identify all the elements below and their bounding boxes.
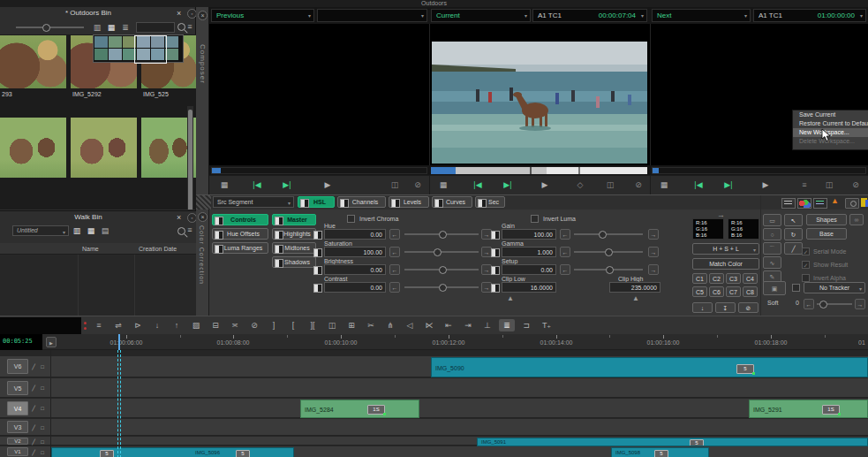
trim-icon[interactable]: ⋔ (382, 319, 398, 331)
tab-sec[interactable]: Sec (475, 196, 505, 208)
gamma-slider-handle[interactable] (605, 248, 613, 256)
hue-dec-button[interactable]: ← (389, 229, 400, 240)
timeline-clip-img5291[interactable]: IMG_5291 1S (749, 400, 868, 418)
contrast-slider-handle[interactable] (439, 284, 447, 292)
tab-curves[interactable]: Curves (432, 196, 472, 208)
rgb-swatch-target[interactable]: R:16 G:16 B:16 (728, 218, 759, 240)
pencil-icon[interactable]: ╱ (29, 446, 38, 457)
hue-slider[interactable] (404, 233, 479, 235)
saturation-value[interactable]: 100.00 (324, 247, 386, 257)
script-view-icon[interactable]: ≣ (119, 21, 132, 34)
rotate-tool[interactable]: ↻ (784, 228, 803, 240)
timeline-ruler[interactable]: 00:05:25 ▶ 01:00:06:00 01:00:08:00 01:00… (0, 334, 868, 350)
clip-high-value[interactable]: 235.0000 (609, 282, 660, 293)
lasso-tool[interactable]: ∿ (763, 256, 781, 269)
brightness-slider-handle[interactable] (439, 266, 447, 274)
filmstrip-overlay[interactable] (93, 34, 184, 63)
bin-search-input[interactable] (136, 22, 175, 33)
add-edit-icon[interactable]: ◫ (324, 319, 340, 331)
segment-insert-icon[interactable]: ⋉ (421, 319, 437, 331)
green-list-icon[interactable] (813, 198, 827, 209)
play-icon[interactable]: ▶ (758, 179, 774, 191)
soft-dec-button[interactable]: ← (804, 299, 814, 309)
infinity-button[interactable]: ∞ (849, 214, 864, 225)
hue-slider-handle[interactable] (439, 231, 447, 239)
monitor-box-icon[interactable]: □ (38, 446, 47, 457)
saturation-slider-handle[interactable] (434, 248, 442, 256)
correction-slot-c6[interactable]: C6 (709, 286, 724, 297)
current-timecode-display[interactable]: A1 TC1 00:00:07:04 ▾ (532, 9, 647, 22)
correction-slot-c2[interactable]: C2 (709, 273, 724, 284)
group-hue-offsets[interactable]: Hue Offsets (212, 228, 268, 240)
invert-luma-checkbox[interactable] (531, 215, 539, 223)
thumb-size-slider-handle[interactable] (42, 24, 50, 32)
overlay-icon[interactable]: ◫ (821, 179, 837, 191)
grid-icon[interactable]: ▦ (216, 179, 232, 191)
pencil-icon[interactable]: ╱ (29, 382, 38, 394)
effect-badge[interactable]: 5 (236, 450, 250, 457)
brightness-dec-button[interactable]: ← (389, 264, 400, 275)
eyedropper-bar-button[interactable]: ↧ (715, 302, 736, 313)
setup-value[interactable]: 0.00 (502, 264, 556, 275)
previous-edit-icon[interactable]: ⇤ (441, 319, 457, 331)
gain-enable-toggle[interactable] (491, 231, 500, 240)
step-backward-icon[interactable]: |◀ (691, 179, 706, 191)
grid-icon[interactable]: ▦ (435, 179, 451, 191)
timeline-clip-img5091[interactable]: IMG_5091 5 (477, 438, 868, 446)
collapse-icon[interactable]: ≍ (227, 319, 243, 331)
hue-value[interactable]: 0.00 (324, 229, 386, 240)
contrast-value[interactable]: 0.00 (324, 282, 386, 293)
play-icon[interactable]: ▶ (537, 179, 553, 191)
cc-pane-tab[interactable]: Color Correction (199, 225, 205, 285)
mark-clip-icon[interactable]: ][ (305, 319, 321, 331)
group-shadows[interactable]: Shadows (272, 256, 316, 268)
gain-value[interactable]: 100.00 (502, 229, 556, 240)
shapes-button[interactable]: Shapes (806, 214, 847, 225)
brightness-slider[interactable] (404, 269, 479, 270)
mark-out-icon[interactable]: ] (266, 319, 282, 331)
tracker-dropdown[interactable]: No Tracker ▾ (804, 282, 865, 293)
correction-slot-c8[interactable]: C8 (743, 286, 758, 297)
composer-close-icon[interactable]: × (198, 11, 208, 20)
effect-mode-icon[interactable]: ⊟ (208, 319, 223, 331)
gamma-dec-button[interactable]: ← (560, 247, 570, 257)
timeline-name-box[interactable] (0, 317, 81, 334)
render-effect-icon[interactable]: ⊘ (246, 319, 262, 331)
monitor-box-icon[interactable]: □ (38, 422, 47, 434)
video-quality-icon[interactable]: ▨ (188, 319, 204, 331)
setup-slider[interactable] (574, 269, 643, 270)
step-forward-icon[interactable]: ▶| (721, 179, 736, 191)
eyedropper-none-button[interactable]: ⊘ (738, 302, 759, 313)
next-position-bar[interactable] (652, 167, 866, 174)
pencil-icon[interactable]: ╱ (29, 402, 38, 415)
gamma-enable-toggle[interactable] (491, 248, 500, 257)
frame-view-icon[interactable]: ▥ (71, 225, 83, 237)
gain-inc-button[interactable]: → (648, 229, 659, 240)
bin-preset-dropdown[interactable]: Untitled ▾ (12, 225, 69, 236)
hue-enable-toggle[interactable] (313, 231, 322, 240)
overlay-icon[interactable]: ◫ (387, 179, 403, 191)
group-master[interactable]: Master (272, 214, 316, 225)
correction-slot-c5[interactable]: C5 (692, 286, 707, 297)
track-button-v3[interactable]: V3 (7, 421, 28, 433)
no-video-icon[interactable]: ⊘ (630, 179, 646, 191)
rectangle-tool[interactable]: ▭ (763, 214, 781, 226)
effect-badge[interactable]: 5 (100, 450, 114, 457)
current-video-frame[interactable] (432, 42, 647, 164)
bin-menu-icon[interactable]: ≡ (185, 20, 195, 33)
correction-slot-c3[interactable]: C3 (726, 273, 741, 284)
lift-icon[interactable]: ⊥ (479, 319, 495, 331)
show-result-checkbox[interactable]: ✓ (802, 261, 810, 269)
track-button-v6[interactable]: V6 (7, 359, 28, 374)
marker-icon[interactable]: ⊳ (130, 319, 146, 331)
brightness-enable-toggle[interactable] (313, 266, 322, 275)
curve-tool[interactable]: ⌒ (763, 242, 781, 255)
clip-high-marker-icon[interactable]: ▲ (632, 294, 639, 302)
clip-name[interactable]: 293 (2, 91, 12, 97)
play-icon[interactable]: ▶ (320, 179, 336, 191)
clip-thumbnail[interactable] (0, 35, 66, 88)
match-frame-icon[interactable]: ◇ (572, 179, 588, 191)
group-midtones[interactable]: Midtones (272, 242, 316, 254)
invert-alpha-checkbox[interactable] (802, 274, 810, 282)
script-view-icon[interactable]: ▤ (99, 225, 111, 237)
